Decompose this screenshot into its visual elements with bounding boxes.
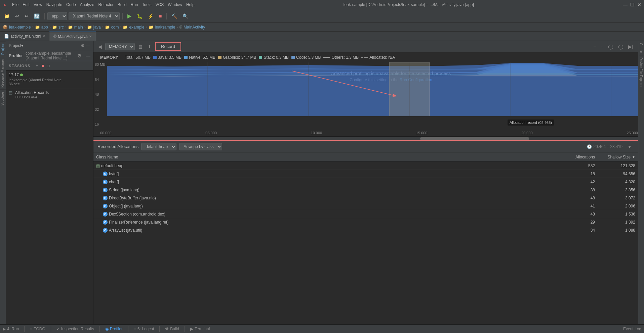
zoom-fit-btn[interactable]: ◯ bbox=[616, 43, 626, 50]
build-btn[interactable]: 🔨 bbox=[169, 12, 179, 20]
menu-help[interactable]: Help bbox=[186, 2, 195, 7]
breadcrumb-com[interactable]: com bbox=[111, 25, 119, 30]
allocated-dash bbox=[361, 57, 368, 58]
device-selector[interactable]: Xiaomi Redmi Note 4 bbox=[69, 12, 120, 20]
menu-navigate[interactable]: Navigate bbox=[46, 2, 62, 7]
run-btn[interactable]: ▶ bbox=[125, 11, 133, 20]
chart-stats: Total: 50.7 MB Java: 3.5 MB Native: 5.5 … bbox=[125, 55, 395, 60]
add-session-btn[interactable]: + bbox=[34, 63, 39, 69]
session-item[interactable]: 17:17 leaksample (Xiaomi Redmi Note... 3… bbox=[6, 70, 93, 88]
sidebar-item-project[interactable]: Project bbox=[0, 41, 6, 57]
event-log-btn[interactable]: Event Log bbox=[623, 327, 641, 331]
scroll-thumb[interactable] bbox=[420, 137, 529, 140]
menu-bar: File Edit View Navigate Code Analyze Ref… bbox=[12, 2, 195, 7]
goto-live-btn[interactable]: ▶| bbox=[626, 43, 635, 50]
panel-title: Project bbox=[9, 43, 21, 48]
menu-edit[interactable]: Edit bbox=[23, 2, 30, 7]
tab-mainactivity[interactable]: © MainActivity.java ✕ bbox=[49, 32, 96, 41]
status-todo[interactable]: ≡ TODO bbox=[30, 327, 45, 331]
menu-refactor[interactable]: Refactor bbox=[98, 2, 113, 7]
timeline-scrollbar[interactable] bbox=[93, 136, 638, 140]
breadcrumb-java[interactable]: java bbox=[93, 25, 101, 30]
sidebar-item-structure[interactable]: Structure bbox=[0, 90, 6, 108]
arrange-selector[interactable]: Arrange by class bbox=[179, 143, 222, 150]
minimize-btn[interactable]: — bbox=[623, 2, 628, 7]
todo-label: TODO bbox=[34, 327, 45, 331]
sidebar-item-gradle[interactable]: Gradle bbox=[639, 41, 644, 55]
folder-icon-1: 📁 bbox=[35, 25, 40, 30]
breadcrumb-leaksample2[interactable]: leaksample bbox=[155, 25, 175, 30]
debug-btn[interactable]: 🐛 bbox=[135, 12, 145, 20]
table-row[interactable]: ▤ default heap 582 121,328 bbox=[93, 162, 638, 170]
memory-back-btn[interactable]: ◀ bbox=[96, 43, 104, 50]
copy-session-btn[interactable]: □ bbox=[46, 63, 51, 69]
tab-close-xml[interactable]: ✕ bbox=[42, 34, 45, 38]
breadcrumb-leaksample[interactable]: leak-sample bbox=[9, 25, 31, 30]
zoom-out-btn[interactable]: − bbox=[591, 43, 598, 50]
breadcrumb-src[interactable]: src bbox=[58, 25, 64, 30]
sync-btn[interactable]: 🔄 bbox=[32, 12, 42, 20]
status-terminal[interactable]: ▶ Terminal bbox=[190, 327, 210, 331]
project-panel: Project ▾ ⚙ — Profiler com.example.leaks… bbox=[6, 41, 93, 324]
menu-run[interactable]: Run bbox=[131, 2, 138, 7]
table-row[interactable]: C DirectByteBuffer (java.nio) 48 3,072 bbox=[93, 194, 638, 202]
table-row[interactable]: C byte[] 18 94,656 bbox=[93, 170, 638, 178]
breadcrumb-main[interactable]: main bbox=[74, 25, 83, 30]
panel-settings-btn[interactable]: ⚙ bbox=[81, 43, 85, 48]
status-build[interactable]: ⚒ Build bbox=[165, 327, 179, 331]
status-profiler[interactable]: ◉ Profiler bbox=[105, 327, 123, 331]
menu-build[interactable]: Build bbox=[118, 2, 127, 7]
app-selector[interactable]: app bbox=[47, 12, 67, 20]
table-row[interactable]: C String (java.lang) 38 3,856 bbox=[93, 186, 638, 194]
sidebar-item-resource-manager[interactable]: Resource Manager bbox=[0, 57, 6, 90]
tab-close-java[interactable]: ✕ bbox=[89, 35, 92, 38]
delete-session-btn[interactable]: 🗑 bbox=[136, 43, 145, 50]
menu-tools[interactable]: Tools bbox=[142, 2, 152, 7]
toolbar-sep-1 bbox=[44, 13, 45, 19]
event-log-label: Event Log bbox=[623, 327, 641, 331]
export-btn[interactable]: ⬆ bbox=[146, 43, 154, 50]
zoom-reset-btn[interactable]: ◯ bbox=[606, 43, 615, 50]
filter-btn[interactable]: ▼ bbox=[625, 143, 634, 150]
table-row[interactable]: C Dex$Section (com.android.dex) 48 1,536 bbox=[93, 210, 638, 218]
search-everywhere-btn[interactable]: 🔍 bbox=[180, 12, 190, 20]
status-inspection[interactable]: ✓ Inspection Results bbox=[56, 327, 94, 331]
stop-btn[interactable]: ■ bbox=[157, 12, 164, 20]
panel-dropdown-icon[interactable]: ▾ bbox=[21, 43, 23, 48]
class-icon: © bbox=[179, 25, 183, 30]
menu-vcs[interactable]: VCS bbox=[156, 2, 164, 7]
status-logcat[interactable]: ≡ 6: Logcat bbox=[134, 327, 154, 331]
profile-btn[interactable]: ⚡ bbox=[146, 12, 156, 20]
breadcrumb-example[interactable]: example bbox=[129, 25, 144, 30]
table-row[interactable]: C ArrayList (java.util) 34 1,088 bbox=[93, 226, 638, 234]
menu-view[interactable]: View bbox=[34, 2, 42, 7]
menu-code[interactable]: Code bbox=[66, 2, 76, 7]
open-file-btn[interactable]: 📁 bbox=[2, 12, 12, 20]
sidebar-item-device-file-explorer[interactable]: Device File Explorer bbox=[639, 55, 644, 89]
yaxis-64: 64 bbox=[95, 78, 106, 82]
close-btn[interactable]: ✕ bbox=[637, 2, 641, 7]
memory-selector[interactable]: MEMORY bbox=[105, 43, 135, 50]
maximize-btn[interactable]: ❐ bbox=[630, 2, 635, 7]
table-row[interactable]: C Object[] (java.lang) 41 2,096 bbox=[93, 202, 638, 210]
col-shallow-size: Shallow Size ▼ bbox=[595, 155, 635, 159]
stop-session-btn[interactable]: ■ bbox=[40, 63, 45, 69]
menu-analyze[interactable]: Analyze bbox=[80, 2, 94, 7]
menu-file[interactable]: File bbox=[12, 2, 18, 7]
heap-selector[interactable]: default heap bbox=[141, 143, 176, 150]
panel-close-btn[interactable]: — bbox=[86, 43, 90, 48]
table-row[interactable]: C FinalizerReference (java.lang.ref) 29 … bbox=[93, 218, 638, 226]
breadcrumb-mainactivity[interactable]: MainActivity bbox=[184, 25, 205, 30]
status-run[interactable]: ▶ 4: Run bbox=[3, 327, 19, 331]
allocation-records-item[interactable]: ▤ Allocation Records 00:00:20.464 bbox=[6, 88, 93, 101]
breadcrumb-app[interactable]: app bbox=[41, 25, 48, 30]
tab-activity-main[interactable]: 📄 activity_main.xml ✕ bbox=[0, 32, 49, 41]
zoom-in-btn[interactable]: + bbox=[599, 43, 605, 50]
redo-btn[interactable]: ↩ bbox=[23, 12, 31, 20]
profiler-settings-icon[interactable]: ⚙ bbox=[77, 53, 82, 58]
profiler-minimize-icon[interactable]: — bbox=[86, 53, 90, 58]
undo-btn[interactable]: ↩ bbox=[13, 12, 21, 20]
table-row[interactable]: C char[] 42 4,320 bbox=[93, 178, 638, 186]
menu-window[interactable]: Window bbox=[168, 2, 182, 7]
record-button[interactable]: Record bbox=[155, 42, 181, 51]
